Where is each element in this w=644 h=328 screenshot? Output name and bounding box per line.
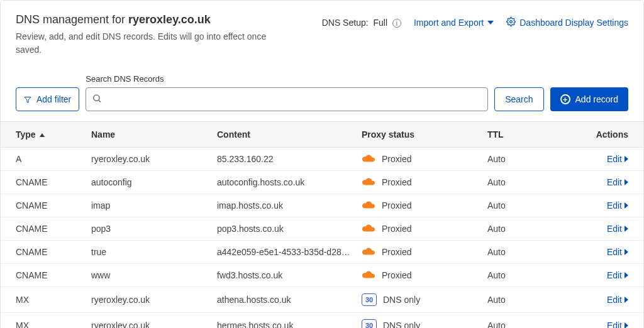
edit-label: Edit <box>607 177 622 187</box>
cell-ttl: Auto <box>487 295 563 305</box>
cell-content: autoconfig.hosts.co.uk <box>217 177 362 187</box>
search-button[interactable]: Search <box>494 87 543 111</box>
info-icon[interactable]: i <box>392 19 401 28</box>
edit-button[interactable]: Edit <box>607 270 628 280</box>
cell-ttl: Auto <box>487 224 563 234</box>
edit-label: Edit <box>607 270 622 280</box>
edit-label: Edit <box>607 224 622 234</box>
cell-actions: Edit <box>563 224 628 234</box>
controls: Add filter Search DNS Records Search + A… <box>1 57 643 121</box>
chevron-right-icon <box>625 322 628 328</box>
cell-name: www <box>91 270 217 280</box>
dashboard-settings-link[interactable]: Dashboard Display Settings <box>506 17 628 28</box>
cell-content: hermes.hosts.co.uk <box>217 320 362 328</box>
proxy-status-text: Proxied <box>382 177 411 187</box>
cell-type: CNAME <box>16 224 91 234</box>
cloud-proxied-icon <box>362 155 375 163</box>
edit-button[interactable]: Edit <box>607 320 628 328</box>
edit-button[interactable]: Edit <box>607 200 628 210</box>
proxy-status-text: Proxied <box>382 200 411 210</box>
dns-panel: DNS management for ryeroxley.co.uk Revie… <box>0 0 644 328</box>
add-filter-label: Add filter <box>36 94 71 104</box>
table-row: Aryeroxley.co.uk85.233.160.22ProxiedAuto… <box>1 148 643 171</box>
table-header: Type Name Content Proxy status TTL Actio… <box>1 121 643 148</box>
chevron-right-icon <box>625 156 628 162</box>
cell-name: imap <box>91 200 217 210</box>
cell-proxy: Proxied <box>362 200 487 210</box>
edit-label: Edit <box>607 295 622 305</box>
svg-point-2 <box>94 95 99 101</box>
edit-label: Edit <box>607 200 622 210</box>
cloud-proxied-icon <box>362 248 375 256</box>
cell-name: ryeroxley.co.uk <box>91 295 217 305</box>
header: DNS management for ryeroxley.co.uk Revie… <box>1 13 643 57</box>
th-type[interactable]: Type <box>16 129 91 139</box>
search-icon <box>92 94 102 106</box>
cell-actions: Edit <box>563 177 628 187</box>
header-right: DNS Setup: Full i Import and Export Dash… <box>322 17 628 28</box>
th-content[interactable]: Content <box>217 129 362 139</box>
th-name[interactable]: Name <box>91 129 217 139</box>
import-export-link[interactable]: Import and Export <box>414 18 494 28</box>
proxy-status-text: Proxied <box>382 247 411 257</box>
cell-proxy: 30DNS only <box>362 319 487 328</box>
cell-actions: Edit <box>563 154 628 164</box>
edit-button[interactable]: Edit <box>607 295 628 305</box>
search-box <box>86 87 488 111</box>
cell-content: a442e059-e5e1-4533-b35d-d2842e29b6e... <box>217 247 362 257</box>
cell-type: MX <box>16 295 91 305</box>
chevron-right-icon <box>625 226 628 232</box>
svg-line-3 <box>99 101 101 102</box>
table-row: CNAMEpop3pop3.hosts.co.ukProxiedAutoEdit <box>1 217 643 241</box>
cell-proxy: Proxied <box>362 247 487 257</box>
import-export-label: Import and Export <box>414 18 484 28</box>
proxy-status-text: DNS only <box>383 295 420 305</box>
priority-badge: 30 <box>362 293 377 306</box>
table-body: Aryeroxley.co.uk85.233.160.22ProxiedAuto… <box>1 148 643 328</box>
cell-name: autoconfig <box>91 177 217 187</box>
table-row: CNAMEimapimap.hosts.co.ukProxiedAutoEdit <box>1 194 643 217</box>
sort-asc-icon <box>40 133 45 137</box>
table-row: CNAMEautoconfigautoconfig.hosts.co.ukPro… <box>1 171 643 194</box>
cell-content: imap.hosts.co.uk <box>217 200 362 210</box>
edit-button[interactable]: Edit <box>607 177 628 187</box>
search-input[interactable] <box>86 87 488 111</box>
cell-type: CNAME <box>16 200 91 210</box>
edit-button[interactable]: Edit <box>607 154 628 164</box>
proxy-status-text: Proxied <box>382 224 411 234</box>
cell-name: ryeroxley.co.uk <box>91 154 217 164</box>
table-row: MXryeroxley.co.ukathena.hosts.co.uk30DNS… <box>1 287 643 313</box>
cell-actions: Edit <box>563 295 628 305</box>
cell-proxy: Proxied <box>362 270 487 280</box>
svg-point-0 <box>510 21 513 23</box>
dns-setup-label: DNS Setup: <box>322 18 369 28</box>
chevron-right-icon <box>625 249 628 255</box>
edit-button[interactable]: Edit <box>607 247 628 257</box>
add-record-button[interactable]: + Add record <box>550 87 628 111</box>
cell-content: fwd3.hosts.co.uk <box>217 270 362 280</box>
edit-label: Edit <box>607 154 622 164</box>
cell-type: CNAME <box>16 270 91 280</box>
cell-type: CNAME <box>16 177 91 187</box>
edit-label: Edit <box>607 320 622 328</box>
cell-type: CNAME <box>16 247 91 257</box>
search-wrap: Search DNS Records <box>86 74 488 111</box>
cloud-proxied-icon <box>362 271 375 280</box>
dashboard-settings-label: Dashboard Display Settings <box>519 18 628 28</box>
th-proxy[interactable]: Proxy status <box>362 129 487 139</box>
cell-ttl: Auto <box>487 177 563 187</box>
chevron-right-icon <box>625 179 628 185</box>
cell-proxy: Proxied <box>362 224 487 234</box>
edit-button[interactable]: Edit <box>607 224 628 234</box>
cell-ttl: Auto <box>487 320 563 328</box>
th-ttl[interactable]: TTL <box>487 129 563 139</box>
cell-content: athena.hosts.co.uk <box>217 295 362 305</box>
header-left: DNS management for ryeroxley.co.uk Revie… <box>16 13 286 57</box>
add-filter-button[interactable]: Add filter <box>16 87 79 111</box>
proxy-status-text: Proxied <box>382 154 411 164</box>
edit-label: Edit <box>607 247 622 257</box>
cell-ttl: Auto <box>487 270 563 280</box>
page-title: DNS management for ryeroxley.co.uk <box>16 13 286 26</box>
cloud-proxied-icon <box>362 224 375 233</box>
cell-actions: Edit <box>563 320 628 328</box>
